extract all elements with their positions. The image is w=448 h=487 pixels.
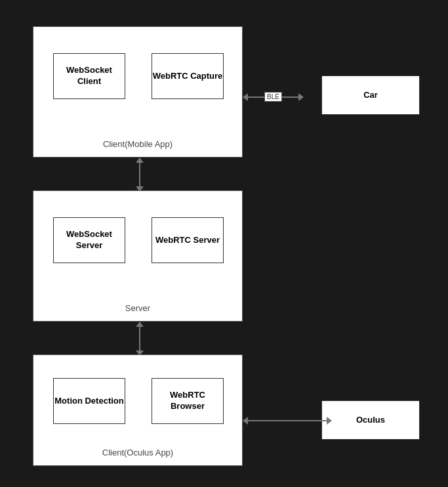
arrow-line-v-1	[139, 163, 140, 186]
webrtc-server-box: WebRTC Server	[152, 217, 224, 263]
ble-arrow: BLE	[243, 92, 304, 102]
arrow-up-2	[136, 322, 144, 327]
ble-arrowhead-right	[298, 93, 304, 101]
arrow-up-1	[136, 158, 144, 163]
webrtc-capture-box: WebRTC Capture	[152, 53, 224, 99]
oculus-label: Oculus	[356, 415, 385, 426]
car-box: Car	[321, 75, 420, 115]
motion-detection-box: Motion Detection	[53, 378, 125, 424]
ble-line-left	[248, 96, 264, 98]
webrtc-browser-label: WebRTC Browser	[152, 390, 223, 412]
webrtc-server-label: WebRTC Server	[155, 235, 220, 246]
car-label: Car	[363, 90, 378, 101]
oculus-arrowhead-left	[243, 417, 248, 425]
mobile-to-server-arrow	[136, 158, 144, 192]
client-oculus-box: Motion Detection WebRTC Browser Client(O…	[33, 354, 243, 466]
client-mobile-box: WebSocket Client WebRTC Capture Client(M…	[33, 26, 243, 158]
motion-detection-label: Motion Detection	[54, 396, 123, 407]
client-oculus-label: Client(Oculus App)	[33, 448, 242, 457]
websocket-client-label: WebSocket Client	[54, 65, 125, 87]
websocket-client-box: WebSocket Client	[53, 53, 125, 99]
diagram-canvas: WebSocket Client WebRTC Capture Client(M…	[0, 0, 448, 487]
oculus-line	[248, 420, 327, 421]
webrtc-capture-label: WebRTC Capture	[153, 71, 223, 82]
server-to-oculus-arrow	[136, 322, 144, 356]
server-label: Server	[33, 303, 242, 313]
ble-label: BLE	[264, 92, 282, 102]
oculus-arrowhead-right	[327, 417, 332, 425]
oculus-box: Oculus	[321, 400, 420, 440]
webrtc-browser-box: WebRTC Browser	[152, 378, 224, 424]
websocket-server-box: WebSocket Server	[53, 217, 125, 263]
ble-arrowhead-left	[243, 93, 248, 101]
oculus-arrow	[243, 417, 332, 425]
websocket-server-label: WebSocket Server	[54, 229, 125, 251]
server-box: WebSocket Server WebRTC Server Server	[33, 190, 243, 322]
client-mobile-label: Client(Mobile App)	[33, 139, 242, 149]
ble-line-right	[282, 96, 298, 98]
arrow-line-v-2	[139, 327, 140, 350]
